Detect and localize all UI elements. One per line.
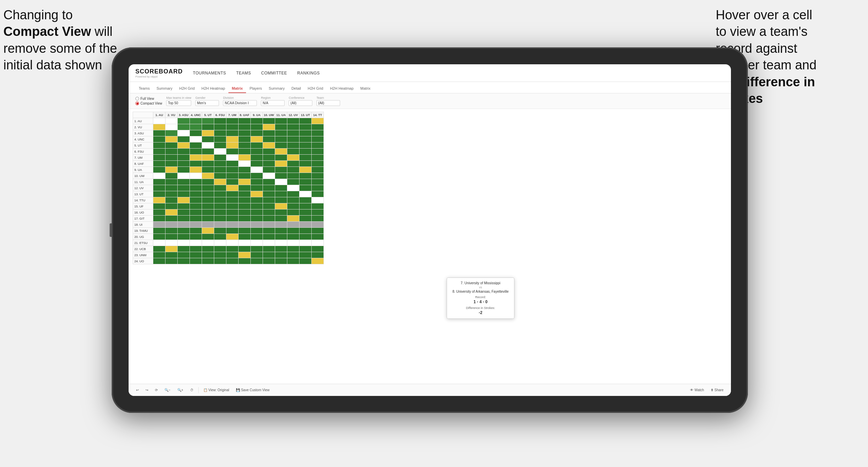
matrix-cell-14-1[interactable] — [165, 203, 178, 209]
matrix-cell-12-2[interactable] — [178, 191, 190, 197]
matrix-cell-22-11[interactable] — [287, 252, 299, 258]
matrix-cell-18-5[interactable] — [214, 228, 226, 234]
matrix-cell-8-6[interactable] — [226, 167, 239, 173]
matrix-cell-21-12[interactable] — [299, 246, 312, 252]
matrix-cell-2-13[interactable] — [312, 130, 324, 136]
matrix-cell-9-3[interactable] — [190, 173, 202, 179]
matrix-cell-11-2[interactable] — [178, 185, 190, 191]
matrix-cell-3-2[interactable] — [178, 136, 190, 142]
view-original-button[interactable]: 📋 View: Original — [201, 387, 231, 393]
matrix-cell-1-4[interactable] — [202, 124, 214, 130]
matrix-cell-14-10[interactable] — [275, 203, 287, 209]
matrix-cell-18-4[interactable] — [202, 228, 214, 234]
matrix-cell-17-7[interactable] — [239, 222, 251, 228]
matrix-cell-9-12[interactable] — [299, 173, 312, 179]
matrix-cell-16-1[interactable] — [165, 216, 178, 222]
clock-button[interactable]: ⏱ — [188, 387, 196, 393]
matrix-cell-13-5[interactable] — [214, 197, 226, 203]
matrix-cell-6-1[interactable] — [165, 155, 178, 161]
matrix-cell-4-6[interactable] — [226, 142, 239, 149]
matrix-cell-8-2[interactable] — [178, 167, 190, 173]
matrix-cell-9-9[interactable] — [263, 173, 275, 179]
matrix-cell-18-11[interactable] — [287, 228, 299, 234]
matrix-cell-20-1[interactable] — [165, 240, 178, 246]
matrix-cell-15-10[interactable] — [275, 209, 287, 216]
matrix-cell-6-2[interactable] — [178, 155, 190, 161]
matrix-cell-0-0[interactable] — [153, 118, 165, 124]
matrix-cell-9-11[interactable] — [287, 173, 299, 179]
matrix-cell-14-7[interactable] — [239, 203, 251, 209]
matrix-cell-22-13[interactable] — [312, 252, 324, 258]
nav-teams[interactable]: TEAMS — [236, 69, 251, 77]
matrix-cell-20-2[interactable] — [178, 240, 190, 246]
matrix-cell-6-6[interactable] — [226, 155, 239, 161]
matrix-cell-17-3[interactable] — [190, 222, 202, 228]
matrix-cell-5-1[interactable] — [165, 149, 178, 155]
matrix-cell-8-7[interactable] — [239, 167, 251, 173]
gender-select[interactable]: Men's — [195, 100, 219, 106]
matrix-cell-14-13[interactable] — [312, 203, 324, 209]
matrix-cell-19-11[interactable] — [287, 234, 299, 240]
matrix-cell-12-1[interactable] — [165, 191, 178, 197]
matrix-cell-18-12[interactable] — [299, 228, 312, 234]
matrix-cell-1-5[interactable] — [214, 124, 226, 130]
matrix-cell-19-12[interactable] — [299, 234, 312, 240]
matrix-cell-11-1[interactable] — [165, 185, 178, 191]
matrix-cell-21-9[interactable] — [263, 246, 275, 252]
matrix-cell-0-12[interactable] — [299, 118, 312, 124]
matrix-cell-8-11[interactable] — [287, 167, 299, 173]
matrix-cell-18-2[interactable] — [178, 228, 190, 234]
matrix-cell-7-6[interactable] — [226, 161, 239, 167]
matrix-cell-2-0[interactable] — [153, 130, 165, 136]
matrix-cell-3-10[interactable] — [275, 136, 287, 142]
matrix-cell-6-0[interactable] — [153, 155, 165, 161]
matrix-cell-1-8[interactable] — [251, 124, 263, 130]
matrix-cell-6-8[interactable] — [251, 155, 263, 161]
matrix-cell-2-12[interactable] — [299, 130, 312, 136]
matrix-cell-4-11[interactable] — [287, 142, 299, 149]
tab-h2h-heatmap[interactable]: H2H Heatmap — [198, 84, 228, 93]
matrix-cell-22-3[interactable] — [190, 252, 202, 258]
matrix-cell-2-9[interactable] — [263, 130, 275, 136]
matrix-cell-21-5[interactable] — [214, 246, 226, 252]
matrix-cell-5-11[interactable] — [287, 149, 299, 155]
matrix-cell-19-0[interactable] — [153, 234, 165, 240]
matrix-cell-1-13[interactable] — [312, 124, 324, 130]
matrix-cell-18-3[interactable] — [190, 228, 202, 234]
matrix-cell-19-3[interactable] — [190, 234, 202, 240]
matrix-cell-1-11[interactable] — [287, 124, 299, 130]
matrix-cell-23-8[interactable] — [251, 258, 263, 264]
matrix-cell-16-6[interactable] — [226, 216, 239, 222]
matrix-cell-20-10[interactable] — [275, 240, 287, 246]
matrix-cell-17-8[interactable] — [251, 222, 263, 228]
matrix-cell-8-3[interactable] — [190, 167, 202, 173]
matrix-cell-8-0[interactable] — [153, 167, 165, 173]
matrix-cell-5-2[interactable] — [178, 149, 190, 155]
nav-rankings[interactable]: RANKINGS — [297, 69, 320, 77]
matrix-cell-7-2[interactable] — [178, 161, 190, 167]
save-custom-button[interactable]: 💾 Save Custom View — [234, 387, 271, 393]
matrix-cell-17-11[interactable] — [287, 222, 299, 228]
matrix-cell-20-3[interactable] — [190, 240, 202, 246]
matrix-cell-14-6[interactable] — [226, 203, 239, 209]
matrix-cell-19-10[interactable] — [275, 234, 287, 240]
matrix-cell-16-8[interactable] — [251, 216, 263, 222]
matrix-cell-7-4[interactable] — [202, 161, 214, 167]
tab-matrix2[interactable]: Matrix — [357, 84, 374, 93]
matrix-cell-14-0[interactable] — [153, 203, 165, 209]
matrix-cell-9-13[interactable] — [312, 173, 324, 179]
matrix-cell-22-1[interactable] — [165, 252, 178, 258]
matrix-cell-5-12[interactable] — [299, 149, 312, 155]
matrix-cell-5-10[interactable] — [275, 149, 287, 155]
matrix-cell-4-8[interactable] — [251, 142, 263, 149]
matrix-cell-15-7[interactable] — [239, 209, 251, 216]
matrix-cell-22-4[interactable] — [202, 252, 214, 258]
tab-summary[interactable]: Summary — [153, 84, 176, 93]
matrix-cell-17-4[interactable] — [202, 222, 214, 228]
matrix-cell-6-5[interactable] — [214, 155, 226, 161]
matrix-cell-4-5[interactable] — [214, 142, 226, 149]
matrix-cell-7-7[interactable] — [239, 161, 251, 167]
matrix-cell-10-4[interactable] — [202, 179, 214, 185]
matrix-cell-10-0[interactable] — [153, 179, 165, 185]
matrix-cell-18-6[interactable] — [226, 228, 239, 234]
